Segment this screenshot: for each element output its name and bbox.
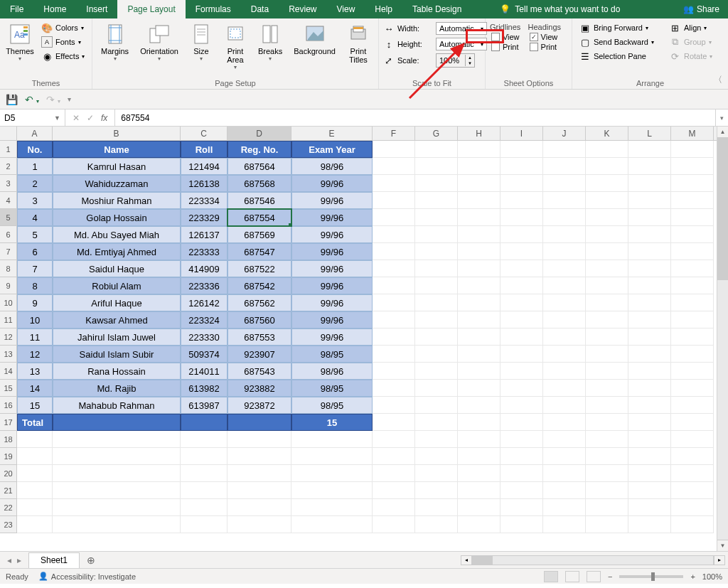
cell[interactable] — [628, 175, 671, 192]
themes-button[interactable]: Aa Themes ▾ — [4, 21, 36, 63]
cell[interactable]: 923872 — [228, 397, 291, 414]
tab-data[interactable]: Data — [241, 0, 279, 18]
cell[interactable] — [458, 397, 500, 414]
cell[interactable] — [228, 499, 291, 516]
column-header[interactable]: G — [415, 127, 458, 140]
cell[interactable] — [628, 311, 671, 328]
cell[interactable] — [291, 448, 373, 465]
cell[interactable] — [458, 294, 500, 311]
cell[interactable]: 687546 — [228, 192, 291, 209]
row-header[interactable]: 18 — [0, 431, 17, 448]
gridlines-print-checkbox[interactable]: Print — [490, 43, 521, 51]
cell[interactable] — [500, 175, 543, 192]
cell[interactable] — [17, 448, 53, 465]
cell[interactable]: 126138 — [181, 175, 228, 192]
cell[interactable]: 1 — [17, 158, 53, 175]
cell[interactable] — [17, 516, 53, 533]
cell[interactable]: 613982 — [181, 380, 228, 397]
cell[interactable] — [671, 448, 714, 465]
page-layout-view-button[interactable] — [565, 571, 579, 582]
cell[interactable]: 223324 — [181, 311, 228, 328]
tab-formulas[interactable]: Formulas — [186, 0, 241, 18]
row-header[interactable]: 19 — [0, 448, 17, 465]
cell[interactable]: Kamrul Hasan — [53, 158, 181, 175]
cell[interactable] — [415, 397, 458, 414]
cell[interactable]: 99/96 — [291, 277, 373, 294]
cell[interactable] — [671, 465, 714, 482]
cell[interactable] — [671, 294, 714, 311]
cell[interactable] — [53, 431, 181, 448]
cell[interactable] — [373, 414, 415, 431]
cell[interactable] — [500, 226, 543, 243]
row-header[interactable]: 21 — [0, 482, 17, 499]
cell[interactable]: 923882 — [228, 380, 291, 397]
cell[interactable]: 99/96 — [291, 243, 373, 260]
cell[interactable] — [458, 516, 500, 533]
cell[interactable]: 12 — [17, 346, 53, 363]
row-header[interactable]: 23 — [0, 516, 17, 533]
cell[interactable] — [373, 209, 415, 226]
cell[interactable] — [543, 414, 586, 431]
cell[interactable]: Total — [17, 414, 53, 431]
cell[interactable]: 99/96 — [291, 294, 373, 311]
cell[interactable] — [458, 499, 500, 516]
cell[interactable]: 98/96 — [291, 158, 373, 175]
cell[interactable] — [500, 482, 543, 499]
cell[interactable] — [181, 482, 228, 499]
cell[interactable] — [458, 465, 500, 482]
cell[interactable] — [671, 482, 714, 499]
cell[interactable] — [628, 294, 671, 311]
cell[interactable] — [181, 516, 228, 533]
cell[interactable] — [586, 397, 628, 414]
cell[interactable] — [586, 243, 628, 260]
tab-view[interactable]: View — [327, 0, 365, 18]
sheet-nav-prev[interactable]: ◂ — [7, 555, 11, 565]
cell[interactable] — [291, 482, 373, 499]
bring-forward-button[interactable]: ▣Bring Forward ▾ — [577, 21, 657, 34]
cell[interactable] — [181, 465, 228, 482]
save-button[interactable]: 💾 — [6, 94, 18, 105]
cell[interactable] — [53, 465, 181, 482]
cell[interactable]: 99/96 — [291, 328, 373, 346]
cell[interactable] — [586, 141, 628, 158]
cell[interactable]: 2 — [17, 175, 53, 192]
cell[interactable] — [543, 346, 586, 363]
cell[interactable] — [458, 260, 500, 277]
cell[interactable]: 687553 — [228, 328, 291, 346]
cell[interactable] — [543, 363, 586, 380]
cell[interactable] — [500, 192, 543, 209]
horizontal-scrollbar[interactable]: ◂ ▸ — [458, 552, 728, 568]
cell[interactable]: 687554 — [228, 209, 291, 226]
cell[interactable] — [458, 448, 500, 465]
row-header[interactable]: 22 — [0, 499, 17, 516]
cell[interactable] — [458, 277, 500, 294]
cell[interactable] — [671, 192, 714, 209]
cell[interactable] — [500, 141, 543, 158]
cell[interactable] — [628, 516, 671, 533]
cell[interactable] — [628, 431, 671, 448]
cell[interactable] — [415, 431, 458, 448]
cell[interactable] — [628, 158, 671, 175]
cell[interactable] — [415, 141, 458, 158]
enter-icon[interactable]: ✓ — [87, 113, 94, 123]
cell[interactable] — [415, 277, 458, 294]
cell[interactable]: 923907 — [228, 346, 291, 363]
column-header[interactable]: J — [543, 127, 586, 140]
cell[interactable]: 99/96 — [291, 311, 373, 328]
tab-home[interactable]: Home — [33, 0, 76, 18]
cell[interactable]: 223334 — [181, 192, 228, 209]
cell[interactable] — [373, 277, 415, 294]
cell[interactable] — [373, 363, 415, 380]
cell[interactable] — [500, 346, 543, 363]
cell[interactable] — [543, 448, 586, 465]
cell[interactable] — [628, 448, 671, 465]
cell[interactable]: Wahiduzzaman — [53, 175, 181, 192]
rotate-button[interactable]: ⟳Rotate ▾ — [667, 50, 715, 63]
margins-button[interactable]: Margins▾ — [97, 21, 133, 63]
cell[interactable] — [671, 141, 714, 158]
cell[interactable] — [373, 294, 415, 311]
cell[interactable] — [373, 311, 415, 328]
cell[interactable] — [228, 414, 291, 431]
share-button[interactable]: 👥Share — [683, 0, 719, 18]
tab-insert[interactable]: Insert — [76, 0, 117, 18]
